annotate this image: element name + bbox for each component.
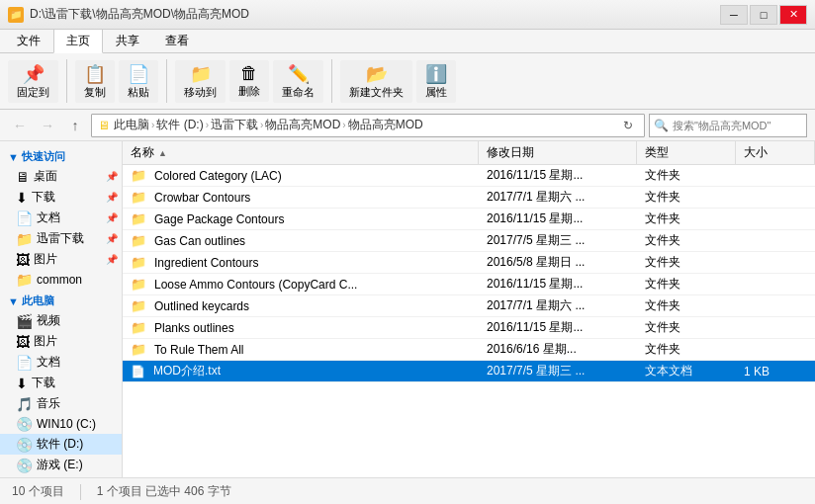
ribbon-commands: 📌 固定到 📋 复制 📄 粘贴 📁 移动到 🗑 删除 ✏️ 重命名 📂 新建文件… (0, 53, 815, 109)
move-icon: 📁 (190, 63, 212, 85)
sidebar-item-music[interactable]: 🎵 音乐 (0, 393, 122, 414)
folder-icon: 📁 (16, 231, 33, 247)
table-row[interactable]: 📁Gas Can outlines 2017/7/5 星期三 ... 文件夹 (123, 230, 815, 252)
sidebar-item-d-drive[interactable]: 💿 软件 (D:) (0, 434, 122, 455)
folder-icon: 📁 (131, 211, 146, 226)
delete-button[interactable]: 🗑 删除 (229, 60, 269, 102)
sidebar-item-docs[interactable]: 📄 文档 📌 (0, 208, 122, 228)
folder-icon: 🖼 (16, 252, 30, 268)
title-text: D:\迅雷下载\物品高亮MOD\物品高亮MOD (30, 6, 249, 23)
paste-icon: 📄 (128, 63, 149, 85)
pin-button[interactable]: 📌 固定到 (8, 60, 58, 103)
col-header-size[interactable]: 大小 (736, 141, 815, 164)
address-folder-icon: 🖥 (98, 119, 110, 132)
folder-icon: 📁 (131, 168, 146, 183)
tab-home[interactable]: 主页 (53, 29, 103, 53)
search-icon: 🔍 (654, 119, 669, 132)
table-row[interactable]: 📁Crowbar Contours 2017/7/1 星期六 ... 文件夹 (123, 187, 815, 209)
copy-button[interactable]: 📋 复制 (75, 60, 115, 103)
copy-label: 复制 (84, 85, 106, 100)
minimize-button[interactable]: ─ (720, 5, 748, 25)
sidebar-item-pictures[interactable]: 🖼 图片 📌 (0, 249, 122, 270)
folder-icon: 📁 (131, 233, 146, 248)
forward-button[interactable]: → (36, 114, 59, 137)
folder-icon: 📁 (131, 277, 146, 292)
sidebar-item-c-drive[interactable]: 💿 WIN10 (C:) (0, 414, 122, 434)
table-row[interactable]: 📁To Rule Them All 2016/6/16 星期... 文件夹 (123, 339, 815, 361)
this-pc-title[interactable]: ▼ 此电脑 (0, 290, 122, 310)
address-bar[interactable]: 🖥 此电脑 › 软件 (D:) › 迅雷下载 › 物品高亮MOD › 物品高亮M… (91, 114, 645, 137)
breadcrumb-d[interactable]: 软件 (D:) (156, 117, 203, 133)
maximize-button[interactable]: □ (750, 5, 777, 25)
pin-icon: 📌 (106, 171, 118, 182)
sidebar-item-pc-downloads[interactable]: ⬇ 下载 (0, 373, 122, 393)
table-row[interactable]: 📁Colored Category (LAC) 2016/11/15 星期...… (123, 165, 815, 187)
title-bar: 📁 D:\迅雷下载\物品高亮MOD\物品高亮MOD ─ □ ✕ (0, 0, 815, 30)
pin-icon: 📌 (23, 63, 45, 85)
table-row[interactable]: 📁Outlined keycards 2017/7/1 星期六 ... 文件夹 (123, 295, 815, 317)
move-button[interactable]: 📁 移动到 (175, 60, 226, 103)
sidebar-item-thunder[interactable]: 📁 迅雷下载 📌 (0, 228, 122, 249)
sidebar-item-e-drive[interactable]: 💿 游戏 (E:) (0, 455, 122, 475)
file-list-header: 名称 ▲ 修改日期 类型 大小 (123, 141, 815, 165)
col-header-type[interactable]: 类型 (637, 141, 736, 164)
search-box[interactable]: 🔍 (649, 114, 807, 137)
rename-button[interactable]: ✏️ 重命名 (273, 60, 323, 103)
ribbon-sep-1 (66, 59, 67, 103)
delete-label: 删除 (238, 84, 260, 99)
breadcrumb-thunder[interactable]: 迅雷下载 (211, 117, 258, 133)
txt-file-icon: 📄 (131, 365, 145, 378)
tab-share[interactable]: 共享 (103, 29, 152, 52)
breadcrumb-mod1[interactable]: 物品高亮MOD (265, 117, 340, 133)
network-section: ▶ 网络 (0, 475, 122, 477)
sidebar-item-video[interactable]: 🎬 视频 (0, 310, 122, 331)
folder-icon: 📄 (16, 210, 33, 226)
sort-arrow-icon: ▲ (158, 148, 167, 158)
move-label: 移动到 (184, 85, 217, 100)
sidebar-item-desktop[interactable]: 🖥 桌面 📌 (0, 166, 122, 187)
breadcrumb: 此电脑 › 软件 (D:) › 迅雷下载 › 物品高亮MOD › 物品高亮MOD (114, 117, 614, 133)
breadcrumb-mod2[interactable]: 物品高亮MOD (348, 117, 423, 133)
tab-view[interactable]: 查看 (152, 29, 202, 52)
sidebar-item-pc-docs[interactable]: 📄 文档 (0, 352, 122, 373)
quick-access-chevron-icon: ▼ (8, 151, 19, 163)
sidebar-item-downloads[interactable]: ⬇ 下载 📌 (0, 187, 122, 208)
up-button[interactable]: ↑ (63, 114, 87, 137)
rename-icon: ✏️ (288, 63, 310, 85)
refresh-button[interactable]: ↻ (618, 116, 638, 135)
pin-icon: 📌 (106, 254, 118, 265)
ribbon: 文件 主页 共享 查看 📌 固定到 📋 复制 📄 粘贴 📁 移动到 🗑 删除 ✏… (0, 30, 815, 110)
table-row[interactable]: 📁Ingredient Contours 2016/5/8 星期日 ... 文件… (123, 252, 815, 274)
folder-icon: 📁 (131, 320, 146, 335)
sidebar-item-pc-pictures[interactable]: 🖼 图片 (0, 331, 122, 352)
tab-file[interactable]: 文件 (4, 29, 53, 52)
sidebar-item-common[interactable]: 📁 common (0, 270, 122, 290)
folder-icon: ⬇ (16, 376, 28, 391)
window-controls: ─ □ ✕ (720, 5, 807, 25)
close-button[interactable]: ✕ (779, 5, 807, 25)
folder-icon: 📁 (131, 298, 146, 313)
table-row[interactable]: 📁Loose Ammo Contours (CopyCard C... 2016… (123, 274, 815, 295)
delete-icon: 🗑 (240, 63, 258, 84)
col-header-name[interactable]: 名称 ▲ (123, 141, 479, 164)
quick-access-title[interactable]: ▼ 快速访问 (0, 145, 122, 166)
breadcrumb-pc[interactable]: 此电脑 (114, 117, 149, 133)
table-row[interactable]: 📁Gage Package Contours 2016/11/15 星期... … (123, 209, 815, 230)
file-pane: 名称 ▲ 修改日期 类型 大小 📁Colored Category (LAC) … (123, 141, 815, 477)
drive-icon: 💿 (16, 458, 33, 473)
new-folder-label: 新建文件夹 (349, 85, 404, 100)
paste-button[interactable]: 📄 粘贴 (119, 60, 158, 103)
network-title[interactable]: ▶ 网络 (0, 475, 122, 477)
table-row[interactable]: 📄MOD介绍.txt 2017/7/5 星期三 ... 文本文档 1 KB (123, 361, 815, 382)
back-button[interactable]: ← (8, 114, 32, 137)
col-header-date[interactable]: 修改日期 (479, 141, 637, 164)
properties-label: 属性 (425, 85, 447, 100)
search-input[interactable] (673, 120, 809, 131)
table-row[interactable]: 📁Planks outlines 2016/11/15 星期... 文件夹 (123, 317, 815, 339)
properties-button[interactable]: ℹ️ 属性 (416, 60, 456, 103)
folder-icon: 🎵 (16, 396, 33, 412)
new-folder-button[interactable]: 📂 新建文件夹 (340, 60, 412, 103)
nav-bar: ← → ↑ 🖥 此电脑 › 软件 (D:) › 迅雷下载 › 物品高亮MOD ›… (0, 110, 815, 141)
main-layout: ▼ 快速访问 🖥 桌面 📌 ⬇ 下载 📌 📄 文档 📌 📁 迅雷下载 (0, 141, 815, 477)
this-pc-section: ▼ 此电脑 🎬 视频 🖼 图片 📄 文档 ⬇ 下载 🎵 音乐 (0, 290, 122, 475)
